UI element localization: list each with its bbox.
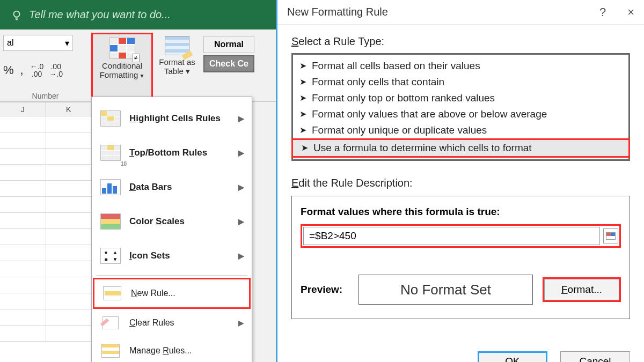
number-group: al ▾ % , ←.0 .00 .00 →.0 [0,33,91,101]
menu-new-rule[interactable]: New Rule... [93,278,251,309]
dialog-titlebar: New Formatting Rule ? × [277,0,644,25]
top-bottom-icon [99,143,122,162]
cancel-button[interactable]: Cancel [560,351,630,362]
ok-button[interactable]: OK [478,351,547,362]
rule-type-item[interactable]: ➤ Format all cells based on their values [293,58,628,74]
rule-type-list: ➤ Format all cells based on their values… [291,53,630,161]
preview-label: Preview: [301,284,349,295]
chevron-right-icon: ▶ [238,183,244,191]
data-bars-icon [99,178,122,197]
worksheet-grid[interactable]: J K [0,102,91,362]
chevron-down-icon: ▾ [184,67,190,76]
chevron-right-icon: ▶ [238,252,244,260]
edit-rule-description-label: Edit the Rule Description: [291,177,630,189]
menu-highlight-cells-rules[interactable]: HHighlight Cells Rulesighlight Cells Rul… [93,101,251,136]
format-button[interactable]: Format... [544,279,619,300]
chevron-right-icon: ▶ [238,319,244,327]
bullet-icon: ➤ [301,143,308,153]
range-selector-button[interactable] [603,228,618,243]
rule-type-item[interactable]: ➤ Format only values that are above or b… [293,106,628,122]
lightbulb-icon [11,9,23,21]
manage-rules-icon [99,341,122,360]
conditional-formatting-button[interactable]: ≠ Conditional Formatting▼ [91,33,153,101]
menu-separator [96,275,247,276]
rule-type-item[interactable]: ➤ Format only unique or duplicate values [293,122,628,138]
number-format-combo[interactable]: al ▾ [3,35,73,51]
rule-description-box: Format values where this formula is true… [291,196,630,319]
bullet-icon: ➤ [299,93,306,103]
chevron-right-icon: ▶ [238,149,244,157]
select-rule-type-label: Select a Rule Type: [291,35,630,48]
cell-style-normal[interactable]: Normal [203,36,254,53]
formula-input[interactable] [303,227,600,245]
chevron-down-icon: ▼ [139,73,144,79]
clear-rules-icon [99,313,122,333]
preview-box: No Format Set [358,275,533,305]
chevron-right-icon: ▶ [238,114,244,123]
comma-button[interactable]: , [20,63,24,77]
conditional-formatting-icon: ≠ [109,38,135,59]
chevron-down-icon: ▾ [65,38,69,48]
menu-color-scales[interactable]: Color Scales ▶ [93,204,251,239]
bullet-icon: ➤ [299,109,306,119]
chevron-right-icon: ▶ [238,217,244,226]
range-selector-icon [606,232,616,240]
close-button[interactable]: × [627,5,634,19]
new-formatting-rule-dialog: New Formatting Rule ? × Select a Rule Ty… [276,0,644,362]
icon-sets-icon: ●▲■▼ [99,246,122,265]
dialog-footer: OK Cancel [478,351,630,362]
menu-top-bottom-rules[interactable]: Top/Bottom Rules 10 ▶ [93,136,251,170]
help-button[interactable]: ? [599,5,606,19]
bullet-icon: ➤ [299,125,306,135]
menu-icon-sets[interactable]: ●▲■▼ Icon Sets ▶ [93,239,251,273]
highlight-cells-icon [99,109,122,128]
menu-manage-rules[interactable]: Manage Rules... [93,337,251,362]
rule-type-item[interactable]: ➤ Format only top or bottom ranked value… [293,90,628,106]
column-header-K[interactable]: K [46,102,92,116]
format-as-table-button[interactable]: Format as Table ▾ [153,33,201,101]
column-header-J[interactable]: J [0,102,46,116]
bullet-icon: ➤ [299,77,306,87]
increase-decimal-button[interactable]: ←.0 .00 [30,63,44,78]
tell-me-bar[interactable]: Tell me what you want to do... [0,0,276,29]
format-as-table-icon [165,36,189,55]
number-group-label: Number [3,90,87,100]
rule-type-item[interactable]: ➤ Format only cells that contain [293,74,628,90]
ribbon: al ▾ % , ←.0 .00 .00 →.0 [0,29,276,102]
bullet-icon: ➤ [299,61,306,71]
decrease-decimal-button[interactable]: .00 →.0 [49,63,63,78]
percent-button[interactable]: % [3,63,14,77]
dialog-title: New Formatting Rule [287,6,388,18]
conditional-formatting-menu: HHighlight Cells Rulesighlight Cells Rul… [91,97,252,362]
new-rule-icon [101,284,123,303]
menu-data-bars[interactable]: Data Bars ▶ [93,170,251,204]
menu-clear-rules[interactable]: Clear Rules ▶ [93,309,251,337]
dialog-area: New Formatting Rule ? × Select a Rule Ty… [276,0,644,362]
tell-me-placeholder: Tell me what you want to do... [29,9,171,21]
formula-label: Format values where this formula is true… [301,206,621,218]
rule-type-item-selected[interactable]: ➤ Use a formula to determine which cells… [291,138,630,158]
cell-style-check-cell[interactable]: Check Ce [203,55,254,72]
svg-point-0 [14,11,20,17]
cell-styles-gallery: Normal Check Ce [201,33,257,101]
excel-window: Tell me what you want to do... al ▾ % , … [0,0,276,362]
color-scales-icon [99,212,122,231]
formula-input-wrapper [301,224,621,248]
